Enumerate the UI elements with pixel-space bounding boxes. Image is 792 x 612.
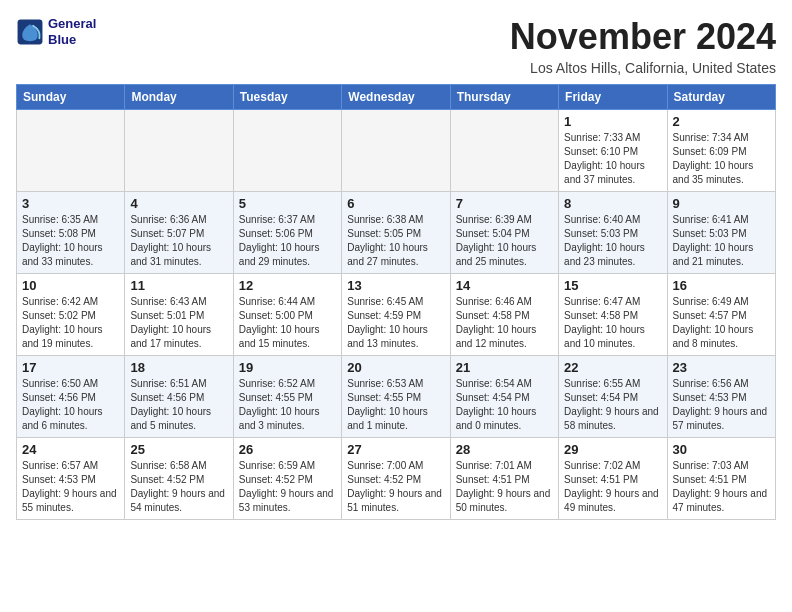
logo: General Blue [16, 16, 96, 47]
day-info: Sunrise: 6:50 AM Sunset: 4:56 PM Dayligh… [22, 377, 119, 433]
calendar-day-cell: 6Sunrise: 6:38 AM Sunset: 5:05 PM Daylig… [342, 192, 450, 274]
day-info: Sunrise: 6:49 AM Sunset: 4:57 PM Dayligh… [673, 295, 770, 351]
weekday-header: Monday [125, 85, 233, 110]
day-info: Sunrise: 6:58 AM Sunset: 4:52 PM Dayligh… [130, 459, 227, 515]
day-info: Sunrise: 6:41 AM Sunset: 5:03 PM Dayligh… [673, 213, 770, 269]
day-number: 13 [347, 278, 444, 293]
calendar-day-cell [233, 110, 341, 192]
day-number: 16 [673, 278, 770, 293]
day-info: Sunrise: 6:42 AM Sunset: 5:02 PM Dayligh… [22, 295, 119, 351]
day-info: Sunrise: 6:45 AM Sunset: 4:59 PM Dayligh… [347, 295, 444, 351]
day-info: Sunrise: 6:38 AM Sunset: 5:05 PM Dayligh… [347, 213, 444, 269]
day-info: Sunrise: 7:03 AM Sunset: 4:51 PM Dayligh… [673, 459, 770, 515]
calendar-week-row: 3Sunrise: 6:35 AM Sunset: 5:08 PM Daylig… [17, 192, 776, 274]
calendar-day-cell [17, 110, 125, 192]
calendar-day-cell: 15Sunrise: 6:47 AM Sunset: 4:58 PM Dayli… [559, 274, 667, 356]
calendar-day-cell: 23Sunrise: 6:56 AM Sunset: 4:53 PM Dayli… [667, 356, 775, 438]
calendar-day-cell: 21Sunrise: 6:54 AM Sunset: 4:54 PM Dayli… [450, 356, 558, 438]
day-number: 27 [347, 442, 444, 457]
day-info: Sunrise: 7:34 AM Sunset: 6:09 PM Dayligh… [673, 131, 770, 187]
calendar-header-row: SundayMondayTuesdayWednesdayThursdayFrid… [17, 85, 776, 110]
calendar-week-row: 1Sunrise: 7:33 AM Sunset: 6:10 PM Daylig… [17, 110, 776, 192]
day-number: 20 [347, 360, 444, 375]
calendar-week-row: 10Sunrise: 6:42 AM Sunset: 5:02 PM Dayli… [17, 274, 776, 356]
day-number: 8 [564, 196, 661, 211]
day-number: 7 [456, 196, 553, 211]
day-number: 21 [456, 360, 553, 375]
day-info: Sunrise: 6:46 AM Sunset: 4:58 PM Dayligh… [456, 295, 553, 351]
day-number: 2 [673, 114, 770, 129]
calendar-week-row: 17Sunrise: 6:50 AM Sunset: 4:56 PM Dayli… [17, 356, 776, 438]
day-info: Sunrise: 7:00 AM Sunset: 4:52 PM Dayligh… [347, 459, 444, 515]
day-info: Sunrise: 6:51 AM Sunset: 4:56 PM Dayligh… [130, 377, 227, 433]
calendar-day-cell: 12Sunrise: 6:44 AM Sunset: 5:00 PM Dayli… [233, 274, 341, 356]
day-info: Sunrise: 6:56 AM Sunset: 4:53 PM Dayligh… [673, 377, 770, 433]
day-info: Sunrise: 6:53 AM Sunset: 4:55 PM Dayligh… [347, 377, 444, 433]
day-number: 29 [564, 442, 661, 457]
calendar-day-cell: 24Sunrise: 6:57 AM Sunset: 4:53 PM Dayli… [17, 438, 125, 520]
day-info: Sunrise: 6:36 AM Sunset: 5:07 PM Dayligh… [130, 213, 227, 269]
calendar-day-cell: 29Sunrise: 7:02 AM Sunset: 4:51 PM Dayli… [559, 438, 667, 520]
day-number: 22 [564, 360, 661, 375]
day-number: 30 [673, 442, 770, 457]
weekday-header: Tuesday [233, 85, 341, 110]
calendar-day-cell: 27Sunrise: 7:00 AM Sunset: 4:52 PM Dayli… [342, 438, 450, 520]
day-number: 4 [130, 196, 227, 211]
day-info: Sunrise: 6:55 AM Sunset: 4:54 PM Dayligh… [564, 377, 661, 433]
day-info: Sunrise: 6:57 AM Sunset: 4:53 PM Dayligh… [22, 459, 119, 515]
day-number: 12 [239, 278, 336, 293]
day-number: 19 [239, 360, 336, 375]
weekday-header: Thursday [450, 85, 558, 110]
calendar-day-cell: 2Sunrise: 7:34 AM Sunset: 6:09 PM Daylig… [667, 110, 775, 192]
day-number: 6 [347, 196, 444, 211]
calendar-day-cell [342, 110, 450, 192]
calendar-day-cell: 14Sunrise: 6:46 AM Sunset: 4:58 PM Dayli… [450, 274, 558, 356]
calendar-day-cell: 13Sunrise: 6:45 AM Sunset: 4:59 PM Dayli… [342, 274, 450, 356]
calendar-day-cell: 17Sunrise: 6:50 AM Sunset: 4:56 PM Dayli… [17, 356, 125, 438]
calendar-day-cell: 19Sunrise: 6:52 AM Sunset: 4:55 PM Dayli… [233, 356, 341, 438]
calendar-day-cell: 3Sunrise: 6:35 AM Sunset: 5:08 PM Daylig… [17, 192, 125, 274]
day-number: 14 [456, 278, 553, 293]
day-number: 18 [130, 360, 227, 375]
calendar-day-cell: 22Sunrise: 6:55 AM Sunset: 4:54 PM Dayli… [559, 356, 667, 438]
day-number: 23 [673, 360, 770, 375]
page-header: General Blue November 2024 Los Altos Hil… [16, 16, 776, 76]
day-info: Sunrise: 6:40 AM Sunset: 5:03 PM Dayligh… [564, 213, 661, 269]
day-info: Sunrise: 7:01 AM Sunset: 4:51 PM Dayligh… [456, 459, 553, 515]
calendar-day-cell [125, 110, 233, 192]
day-info: Sunrise: 6:54 AM Sunset: 4:54 PM Dayligh… [456, 377, 553, 433]
calendar-day-cell: 18Sunrise: 6:51 AM Sunset: 4:56 PM Dayli… [125, 356, 233, 438]
weekday-header: Friday [559, 85, 667, 110]
day-number: 25 [130, 442, 227, 457]
logo-text: General Blue [48, 16, 96, 47]
calendar-day-cell: 8Sunrise: 6:40 AM Sunset: 5:03 PM Daylig… [559, 192, 667, 274]
calendar-day-cell: 7Sunrise: 6:39 AM Sunset: 5:04 PM Daylig… [450, 192, 558, 274]
day-info: Sunrise: 6:43 AM Sunset: 5:01 PM Dayligh… [130, 295, 227, 351]
calendar-day-cell: 16Sunrise: 6:49 AM Sunset: 4:57 PM Dayli… [667, 274, 775, 356]
weekday-header: Saturday [667, 85, 775, 110]
day-number: 28 [456, 442, 553, 457]
day-info: Sunrise: 6:39 AM Sunset: 5:04 PM Dayligh… [456, 213, 553, 269]
calendar-week-row: 24Sunrise: 6:57 AM Sunset: 4:53 PM Dayli… [17, 438, 776, 520]
day-info: Sunrise: 7:02 AM Sunset: 4:51 PM Dayligh… [564, 459, 661, 515]
day-info: Sunrise: 6:44 AM Sunset: 5:00 PM Dayligh… [239, 295, 336, 351]
day-number: 24 [22, 442, 119, 457]
calendar-day-cell: 11Sunrise: 6:43 AM Sunset: 5:01 PM Dayli… [125, 274, 233, 356]
calendar-day-cell: 26Sunrise: 6:59 AM Sunset: 4:52 PM Dayli… [233, 438, 341, 520]
day-info: Sunrise: 6:59 AM Sunset: 4:52 PM Dayligh… [239, 459, 336, 515]
logo-icon [16, 18, 44, 46]
calendar-day-cell: 10Sunrise: 6:42 AM Sunset: 5:02 PM Dayli… [17, 274, 125, 356]
day-number: 26 [239, 442, 336, 457]
day-number: 15 [564, 278, 661, 293]
day-info: Sunrise: 6:35 AM Sunset: 5:08 PM Dayligh… [22, 213, 119, 269]
day-number: 1 [564, 114, 661, 129]
day-info: Sunrise: 7:33 AM Sunset: 6:10 PM Dayligh… [564, 131, 661, 187]
calendar-day-cell: 30Sunrise: 7:03 AM Sunset: 4:51 PM Dayli… [667, 438, 775, 520]
month-title: November 2024 [510, 16, 776, 58]
calendar-day-cell: 28Sunrise: 7:01 AM Sunset: 4:51 PM Dayli… [450, 438, 558, 520]
title-area: November 2024 Los Altos Hills, Californi… [510, 16, 776, 76]
day-number: 17 [22, 360, 119, 375]
day-number: 5 [239, 196, 336, 211]
day-number: 3 [22, 196, 119, 211]
calendar-day-cell: 25Sunrise: 6:58 AM Sunset: 4:52 PM Dayli… [125, 438, 233, 520]
